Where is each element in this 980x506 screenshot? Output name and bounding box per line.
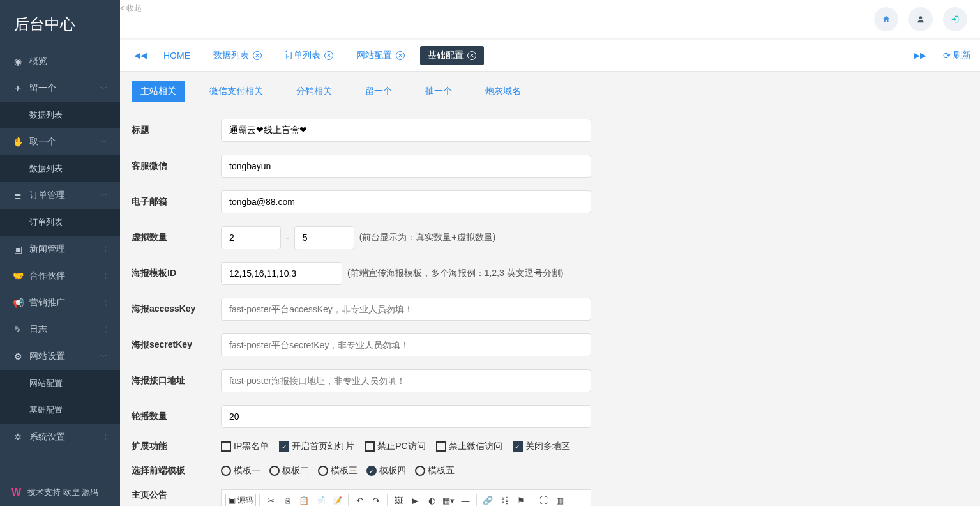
radio-option[interactable]: 模板一: [221, 465, 260, 477]
cog-icon: ✲: [13, 432, 23, 442]
checkbox-option[interactable]: 禁止微信访问: [436, 441, 502, 452]
refresh-button[interactable]: ⟳ 刷新: [943, 50, 971, 61]
rich-text-editor: ▣ 源码 ✂ ⎘ 📋 📄 📝 ↶ ↷ 🖼 ▶: [221, 489, 591, 506]
sidebar-item[interactable]: ✋取一个﹀: [0, 128, 120, 155]
sidebar-item-label: 日志: [29, 324, 100, 335]
blocks-icon[interactable]: ▥: [552, 493, 568, 506]
access-key-input[interactable]: [221, 298, 591, 321]
redo-icon[interactable]: ↷: [368, 493, 384, 506]
cut-icon[interactable]: ✂: [263, 493, 278, 506]
sidebar-item-label: 基础配置: [29, 404, 107, 416]
email-input[interactable]: [221, 190, 591, 213]
close-icon[interactable]: ×: [467, 51, 476, 60]
copy-icon[interactable]: ⎘: [280, 493, 295, 506]
sidebar-item-label: 取一个: [29, 136, 100, 148]
maximize-icon[interactable]: ⛶: [536, 493, 551, 506]
tab[interactable]: HOME: [156, 46, 198, 65]
tab[interactable]: 数据列表×: [206, 46, 269, 65]
tab-label: 基础配置: [428, 50, 464, 61]
sidebar-item[interactable]: 📢营销推广〈: [0, 289, 120, 316]
paste-word-icon[interactable]: 📝: [329, 493, 345, 506]
hr-icon[interactable]: —: [458, 493, 473, 506]
main: ◀◀ HOME数据列表×订单列表×网站配置×基础配置× ▶▶ ⟳ 刷新 主站相关…: [120, 0, 980, 506]
tab[interactable]: 基础配置×: [420, 46, 484, 65]
secret-key-input[interactable]: [221, 334, 591, 356]
sidebar-item-label: 数据列表: [29, 163, 107, 174]
checkbox-icon: ✓: [279, 441, 289, 452]
sidebar-item[interactable]: ≣订单管理﹀: [0, 182, 120, 209]
sidebar-subitem[interactable]: 数据列表: [0, 155, 120, 182]
tab[interactable]: 网站配置×: [349, 46, 412, 65]
tabs-prev-icon[interactable]: ◀◀: [129, 47, 152, 64]
collapse-toggle[interactable]: < 收起: [120, 3, 142, 14]
subtab[interactable]: 抽一个: [416, 80, 461, 102]
footer-support[interactable]: W 技术支持 欧皇 源码: [0, 479, 120, 506]
tab[interactable]: 订单列表×: [277, 46, 341, 65]
home-button[interactable]: [874, 7, 898, 31]
subtab[interactable]: 分销相关: [287, 80, 341, 102]
virtual-from-input[interactable]: [221, 226, 281, 249]
close-icon[interactable]: ×: [324, 51, 333, 60]
subtab[interactable]: 微信支付相关: [200, 80, 272, 102]
editor-toolbar: ▣ 源码 ✂ ⎘ 📋 📄 📝 ↶ ↷ 🖼 ▶: [222, 490, 591, 506]
chevron-down-icon: ﹀: [100, 352, 107, 362]
sidebar-menu: ◉概览✈留一个﹀数据列表✋取一个﹀数据列表≣订单管理﹀订单列表▣新闻管理〈🤝合作…: [0, 48, 120, 450]
label-ext: 扩展功能: [132, 441, 221, 452]
api-url-input[interactable]: [221, 369, 591, 392]
label-template: 选择前端模板: [132, 465, 221, 477]
checkbox-label: 开启首页幻灯片: [292, 441, 354, 452]
sidebar-item-label: 留一个: [29, 82, 100, 94]
checkbox-option[interactable]: ✓关闭多地区: [513, 441, 570, 452]
sidebar-item[interactable]: ✎日志〈: [0, 316, 120, 343]
undo-icon[interactable]: ↶: [352, 493, 367, 506]
edit-icon: ✎: [13, 325, 23, 335]
chevron-down-icon: ﹀: [100, 137, 107, 147]
sidebar-subitem[interactable]: 基础配置: [0, 397, 120, 424]
logout-button[interactable]: [943, 7, 967, 31]
refresh-icon: ⟳: [943, 50, 951, 61]
media-icon[interactable]: ◐: [424, 493, 439, 506]
anchor-icon[interactable]: ⚑: [513, 493, 529, 506]
carousel-input[interactable]: [221, 405, 591, 428]
paste-text-icon[interactable]: 📄: [313, 493, 328, 506]
unlink-icon[interactable]: ⛓: [497, 493, 512, 506]
sidebar-item[interactable]: ⚙网站设置﹀: [0, 343, 120, 370]
virtual-to-input[interactable]: [294, 226, 354, 249]
sidebar: 后台中心 ◉概览✈留一个﹀数据列表✋取一个﹀数据列表≣订单管理﹀订单列表▣新闻管…: [0, 0, 120, 506]
editor-source-button[interactable]: ▣ 源码: [225, 494, 256, 507]
subtab[interactable]: 留一个: [356, 80, 401, 102]
sidebar-subitem[interactable]: 网站配置: [0, 370, 120, 397]
title-input[interactable]: [221, 119, 591, 142]
tabs-next-icon[interactable]: ▶▶: [908, 47, 931, 64]
sidebar-item[interactable]: ◉概览: [0, 48, 120, 75]
sidebar-subitem[interactable]: 订单列表: [0, 209, 120, 236]
close-icon[interactable]: ×: [396, 51, 405, 60]
checkbox-option[interactable]: IP黑名单: [221, 441, 269, 452]
radio-option[interactable]: 模板二: [269, 465, 309, 477]
label-poster-id: 海报模板ID: [132, 268, 221, 279]
flash-icon[interactable]: ▶: [407, 493, 423, 506]
sidebar-item-label: 网站配置: [29, 378, 107, 389]
sidebar-item[interactable]: ✈留一个﹀: [0, 75, 120, 102]
radio-option[interactable]: 模板三: [318, 465, 358, 477]
radio-option[interactable]: 模板四: [366, 465, 406, 477]
user-button[interactable]: [908, 7, 933, 31]
checkbox-option[interactable]: 禁止PC访问: [365, 441, 425, 452]
link-icon[interactable]: 🔗: [480, 493, 495, 506]
paste-icon[interactable]: 📋: [296, 493, 312, 506]
subtab[interactable]: 主站相关: [132, 80, 185, 102]
wechat-input[interactable]: [221, 155, 591, 178]
radio-option[interactable]: 模板五: [415, 465, 455, 477]
sidebar-item[interactable]: ▣新闻管理〈: [0, 236, 120, 263]
sidebar-subitem[interactable]: 数据列表: [0, 102, 120, 128]
table-icon[interactable]: ▦▾: [441, 493, 456, 506]
chevron-down-icon: ﹀: [100, 191, 107, 201]
sidebar-item[interactable]: ✲系统设置〈: [0, 424, 120, 450]
checkbox-label: IP黑名单: [234, 441, 269, 452]
checkbox-option[interactable]: ✓开启首页幻灯片: [279, 441, 354, 452]
close-icon[interactable]: ×: [253, 51, 262, 60]
poster-id-input[interactable]: [221, 262, 342, 285]
subtab[interactable]: 炮灰域名: [476, 80, 530, 102]
sidebar-item[interactable]: 🤝合作伙伴〈: [0, 263, 120, 289]
image-icon[interactable]: 🖼: [391, 493, 406, 506]
